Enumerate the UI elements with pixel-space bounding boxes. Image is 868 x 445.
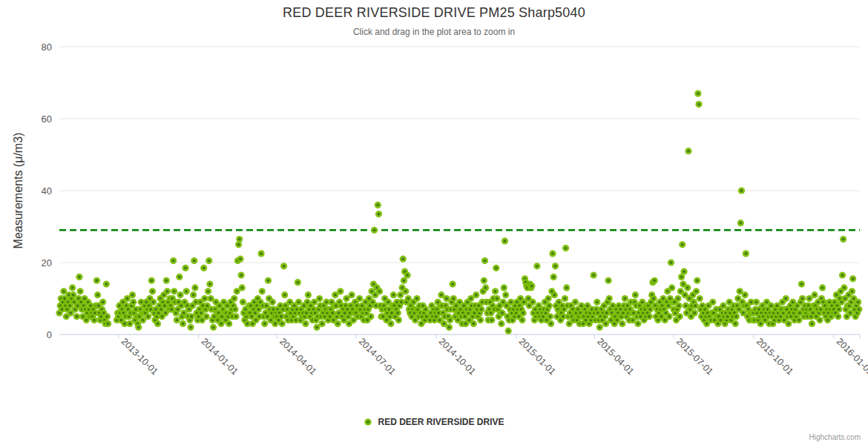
data-point-center	[234, 315, 237, 318]
data-point-center	[208, 260, 211, 263]
data-point-center	[170, 308, 173, 311]
data-point-center	[840, 300, 843, 303]
data-point-center	[148, 297, 151, 300]
data-point-center	[189, 326, 192, 329]
data-point-center	[400, 300, 403, 303]
x-tick-label: 2014-10-01	[437, 336, 478, 377]
data-point-center	[374, 294, 377, 297]
data-point-center	[149, 308, 152, 311]
data-point-center	[519, 297, 522, 300]
data-point-center	[194, 286, 197, 289]
data-point-center	[442, 323, 445, 326]
data-point-center	[466, 300, 469, 303]
data-point-center	[502, 286, 505, 289]
data-point-center	[372, 283, 375, 286]
data-point-center	[233, 297, 236, 300]
data-point-center	[246, 323, 249, 326]
data-point-center	[801, 297, 804, 300]
data-point-center	[685, 304, 688, 307]
data-point-center	[296, 281, 299, 284]
data-point-center	[667, 304, 670, 307]
data-point-center	[670, 261, 673, 264]
data-point-center	[242, 300, 245, 303]
data-point-center	[621, 323, 624, 326]
data-point-center	[96, 294, 99, 297]
data-point-center	[172, 260, 175, 263]
data-point-center	[271, 300, 274, 303]
data-point-center	[203, 297, 206, 300]
data-point-center	[318, 297, 321, 300]
data-point-center	[743, 294, 746, 297]
data-point-center	[420, 323, 423, 326]
data-point-center	[102, 312, 105, 314]
data-point-center	[568, 323, 571, 326]
data-point-center	[685, 312, 688, 314]
data-point-center	[819, 308, 822, 311]
data-point-center	[652, 297, 655, 300]
legend-label: RED DEER RIVERSIDE DRIVE	[378, 417, 504, 427]
data-point-center	[607, 279, 610, 282]
data-point-center	[693, 312, 696, 314]
data-point-center	[562, 308, 565, 311]
data-point-center	[596, 300, 599, 303]
data-point-center	[335, 304, 338, 307]
chart-container: RED DEER RIVERSIDE DRIVE PM25 Sharp5040 …	[0, 0, 868, 445]
data-point-center	[398, 319, 401, 322]
data-point-center	[200, 312, 203, 314]
data-point-center	[545, 319, 548, 322]
data-point-center	[648, 315, 651, 318]
data-point-center	[740, 189, 743, 192]
data-point-center	[313, 300, 316, 303]
data-point-center	[521, 319, 524, 322]
data-point-center	[681, 243, 684, 246]
data-point-center	[123, 323, 126, 326]
data-point-center	[387, 300, 389, 303]
data-point-center	[549, 315, 552, 318]
data-point-center	[697, 103, 700, 106]
data-point-center	[338, 312, 341, 314]
data-point-center	[147, 315, 150, 318]
legend-item[interactable]: RED DEER RIVERSIDE DRIVE	[0, 417, 868, 427]
data-point-center	[307, 294, 310, 297]
highcharts-credit-link[interactable]: Highcharts.com	[809, 433, 861, 441]
data-point-center	[811, 323, 814, 326]
data-point-center	[102, 300, 105, 303]
data-point-center	[105, 283, 108, 286]
data-point-center	[396, 312, 399, 314]
data-point-center	[668, 315, 671, 318]
data-point-center	[183, 312, 185, 314]
data-point-center	[304, 323, 307, 326]
data-point-center	[69, 312, 72, 314]
data-point-center	[847, 294, 850, 297]
data-point-center	[648, 308, 651, 311]
data-point-center	[385, 319, 388, 322]
data-point-center	[565, 286, 568, 289]
data-point-center	[677, 297, 680, 300]
data-point-center	[162, 294, 165, 297]
data-point-center	[722, 304, 725, 307]
data-point-center	[212, 326, 215, 329]
data-point-center	[706, 323, 708, 326]
data-point-center	[257, 308, 260, 311]
data-point-center	[464, 323, 467, 326]
data-point-center	[527, 297, 530, 300]
data-point-center	[475, 294, 478, 297]
data-point-center	[707, 304, 710, 307]
data-point-center	[76, 315, 79, 318]
data-point-center	[472, 323, 475, 326]
data-point-center	[93, 319, 96, 322]
data-point-center	[553, 294, 556, 297]
data-point-center	[663, 319, 666, 322]
data-point-center	[240, 274, 243, 277]
plot-area[interactable]: 0204060802013-10-012014-01-012014-04-012…	[0, 0, 868, 445]
data-point-center	[695, 290, 698, 293]
data-point-center	[239, 257, 242, 260]
data-point-center	[188, 308, 191, 311]
data-point-center	[464, 315, 467, 318]
data-point-center	[228, 323, 231, 326]
data-point-center	[739, 222, 742, 225]
data-point-center	[490, 319, 493, 322]
data-point-center	[289, 300, 292, 303]
data-point-center	[787, 323, 790, 326]
data-point-center	[813, 294, 816, 297]
